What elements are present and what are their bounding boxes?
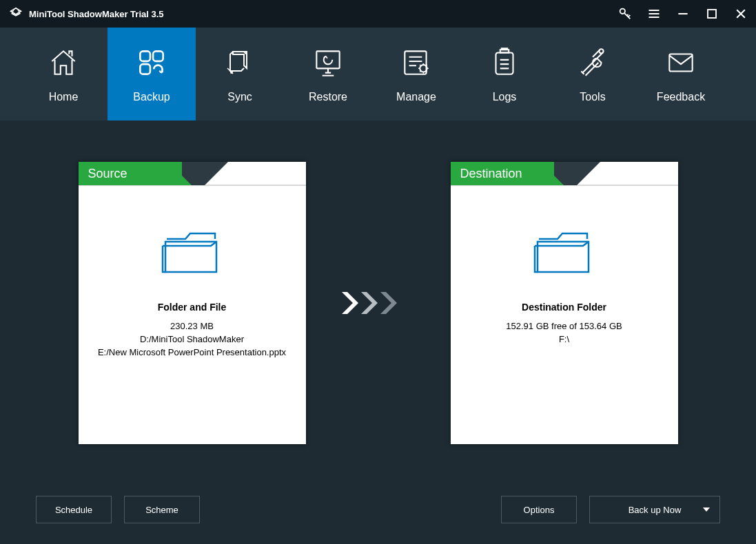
destination-panel-body: Destination Folder 152.91 GB free of 153… [451,185,678,344]
schedule-button[interactable]: Schedule [36,496,112,523]
source-panel-header: Source [79,162,306,185]
titlebar-controls [617,6,749,22]
nav-backup[interactable]: Backup [108,28,196,121]
source-title: Source [88,167,127,181]
source-panel[interactable]: Source Folder and File 230.23 MB D:/Mini… [79,162,306,444]
app-title: MiniTool ShadowMaker Trial 3.5 [29,9,164,19]
svg-point-10 [599,49,603,53]
app-logo-icon [8,6,23,21]
sync-icon [223,45,256,80]
nav-logs-label: Logs [493,91,517,103]
options-button[interactable]: Options [501,496,577,523]
svg-rect-3 [153,51,163,61]
backup-now-button[interactable]: Back up Now [589,496,720,523]
nav-logs[interactable]: Logs [460,28,549,121]
backup-now-label: Back up Now [629,505,682,515]
source-path-2: E:/New Microsoft PowerPoint Presentation… [79,347,306,357]
svg-rect-11 [669,54,692,71]
source-size: 230.23 MB [79,321,306,331]
key-icon[interactable] [617,6,633,22]
source-panel-body: Folder and File 230.23 MB D:/MiniTool Sh… [79,185,306,357]
svg-rect-4 [140,64,150,74]
nav-home-label: Home [49,91,79,103]
scheme-button[interactable]: Scheme [124,496,200,523]
destination-free: 152.91 GB free of 153.64 GB [451,321,678,331]
source-heading: Folder and File [79,302,306,313]
svg-point-5 [231,72,232,73]
nav-tools[interactable]: Tools [549,28,637,121]
nav-manage-label: Manage [396,91,436,103]
svg-point-0 [620,9,625,14]
nav-sync-label: Sync [227,91,252,103]
folder-icon [161,227,223,281]
destination-panel[interactable]: Destination Destination Folder 152.91 GB… [451,162,678,444]
menu-icon[interactable] [646,6,662,22]
nav-home[interactable]: Home [19,28,108,121]
svg-rect-7 [405,51,426,74]
destination-heading: Destination Folder [451,302,678,313]
destination-path: F:\ [451,334,678,344]
maximize-icon[interactable] [704,6,720,22]
chevron-down-icon [703,508,710,512]
restore-icon [311,45,345,80]
source-path-1: D:/MiniTool ShadowMaker [79,334,306,344]
main-nav: Home Backup Sync Restore Manage Logs T [0,28,756,121]
close-icon[interactable] [733,6,749,22]
svg-rect-1 [708,10,716,18]
home-icon [46,45,81,80]
titlebar-left: MiniTool ShadowMaker Trial 3.5 [8,6,164,21]
feedback-icon [664,45,698,80]
backup-icon [134,45,169,80]
titlebar: MiniTool ShadowMaker Trial 3.5 [0,0,756,28]
svg-rect-2 [140,51,150,61]
nav-sync[interactable]: Sync [196,28,284,121]
nav-restore-label: Restore [309,91,347,103]
nav-manage[interactable]: Manage [372,28,460,121]
folder-icon [533,227,595,281]
nav-restore[interactable]: Restore [284,28,372,121]
destination-title: Destination [460,167,522,181]
minimize-icon[interactable] [675,6,691,22]
schedule-label: Schedule [55,505,92,515]
tools-icon [575,45,610,80]
options-label: Options [524,505,555,515]
main-area: Source Folder and File 230.23 MB D:/Mini… [0,121,756,475]
nav-feedback-label: Feedback [657,91,705,103]
footer: Schedule Scheme Options Back up Now [0,475,756,544]
destination-panel-header: Destination [451,162,678,185]
nav-feedback[interactable]: Feedback [637,28,725,121]
svg-rect-6 [316,51,339,68]
scheme-label: Scheme [145,505,178,515]
manage-icon [399,45,433,80]
arrows-icon [340,289,416,317]
logs-icon [487,45,522,80]
nav-tools-label: Tools [580,91,605,103]
nav-backup-label: Backup [133,91,170,103]
